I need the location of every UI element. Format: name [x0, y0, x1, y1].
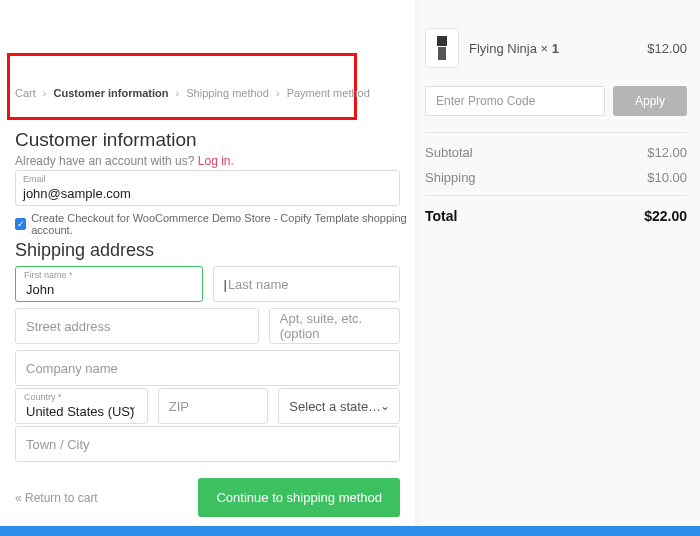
- promo-placeholder: Enter Promo Code: [436, 94, 535, 108]
- state-select[interactable]: Select a state… ⌄: [278, 388, 400, 424]
- first-name-label: First name *: [24, 270, 73, 280]
- total-value: $22.00: [644, 208, 687, 224]
- create-account-label: Create Checkout for WooCommerce Demo Sto…: [31, 212, 415, 236]
- country-select[interactable]: Country * United States (US) ⌄: [15, 388, 148, 424]
- shipping-value: $10.00: [647, 170, 687, 185]
- last-name-placeholder: Last name: [228, 277, 289, 292]
- last-name-field[interactable]: Last name: [213, 266, 401, 302]
- bottom-accent-bar: [0, 526, 700, 536]
- street-address-field[interactable]: Street address: [15, 308, 259, 344]
- total-label: Total: [425, 208, 457, 224]
- apply-promo-button[interactable]: Apply: [613, 86, 687, 116]
- continue-button[interactable]: Continue to shipping method: [198, 478, 400, 517]
- customer-info-heading: Customer information: [15, 129, 197, 151]
- breadcrumb-shipping-method[interactable]: Shipping method: [186, 87, 269, 99]
- town-placeholder: Town / City: [26, 437, 90, 452]
- email-value[interactable]: john@sample.com: [23, 186, 392, 201]
- state-placeholder: Select a state…: [289, 399, 381, 414]
- product-thumbnail: [425, 28, 459, 68]
- first-name-value[interactable]: John: [26, 280, 54, 297]
- order-summary-panel: Flying Ninja × 1 $12.00 Enter Promo Code…: [425, 28, 687, 224]
- shipping-row: Shipping $10.00: [425, 170, 687, 185]
- item-name-text: Flying Ninja ×: [469, 41, 552, 56]
- subtotal-row: Subtotal $12.00: [425, 145, 687, 160]
- chevron-right-icon: ›: [176, 87, 180, 99]
- street-placeholder: Street address: [26, 319, 111, 334]
- login-link[interactable]: Log in.: [198, 154, 234, 168]
- return-to-cart-link[interactable]: « Return to cart: [15, 491, 98, 505]
- chevron-right-icon: ›: [276, 87, 280, 99]
- country-value: United States (US): [26, 402, 134, 419]
- zip-field[interactable]: ZIP: [158, 388, 269, 424]
- already-text: Already have an account with us?: [15, 154, 198, 168]
- promo-code-input[interactable]: Enter Promo Code: [425, 86, 605, 116]
- company-name-field[interactable]: Company name: [15, 350, 400, 386]
- divider: [425, 132, 687, 133]
- breadcrumb-payment-method[interactable]: Payment method: [287, 87, 370, 99]
- item-qty: 1: [552, 41, 559, 56]
- cart-item-price: $12.00: [647, 41, 687, 56]
- breadcrumb: Cart › Customer information › Shipping m…: [15, 87, 370, 99]
- checkout-main-panel: Cart › Customer information › Shipping m…: [0, 0, 415, 536]
- svg-rect-1: [437, 36, 447, 46]
- subtotal-value: $12.00: [647, 145, 687, 160]
- create-account-checkbox-row[interactable]: ✓ Create Checkout for WooCommerce Demo S…: [15, 212, 415, 236]
- first-name-field[interactable]: First name * John: [15, 266, 203, 302]
- shipping-address-heading: Shipping address: [15, 240, 154, 261]
- zip-placeholder: ZIP: [169, 399, 189, 414]
- subtotal-label: Subtotal: [425, 145, 473, 160]
- email-field[interactable]: Email john@sample.com: [15, 170, 400, 206]
- country-label: Country *: [24, 392, 62, 402]
- chevron-right-icon: ›: [43, 87, 47, 99]
- cart-item-name: Flying Ninja × 1: [469, 41, 647, 56]
- apt-placeholder: Apt, suite, etc. (option: [280, 311, 389, 341]
- shipping-label: Shipping: [425, 170, 476, 185]
- checkbox-checked-icon[interactable]: ✓: [15, 218, 26, 230]
- apt-suite-field[interactable]: Apt, suite, etc. (option: [269, 308, 400, 344]
- email-label: Email: [23, 174, 46, 184]
- town-city-field[interactable]: Town / City: [15, 426, 400, 462]
- breadcrumb-customer-info[interactable]: Customer information: [54, 87, 169, 99]
- company-placeholder: Company name: [26, 361, 118, 376]
- cart-item-row: Flying Ninja × 1 $12.00: [425, 28, 687, 68]
- total-row: Total $22.00: [425, 195, 687, 224]
- chevron-down-icon: ⌄: [380, 399, 390, 413]
- already-account-text: Already have an account with us? Log in.: [15, 154, 234, 168]
- breadcrumb-cart[interactable]: Cart: [15, 87, 36, 99]
- svg-rect-2: [438, 47, 446, 60]
